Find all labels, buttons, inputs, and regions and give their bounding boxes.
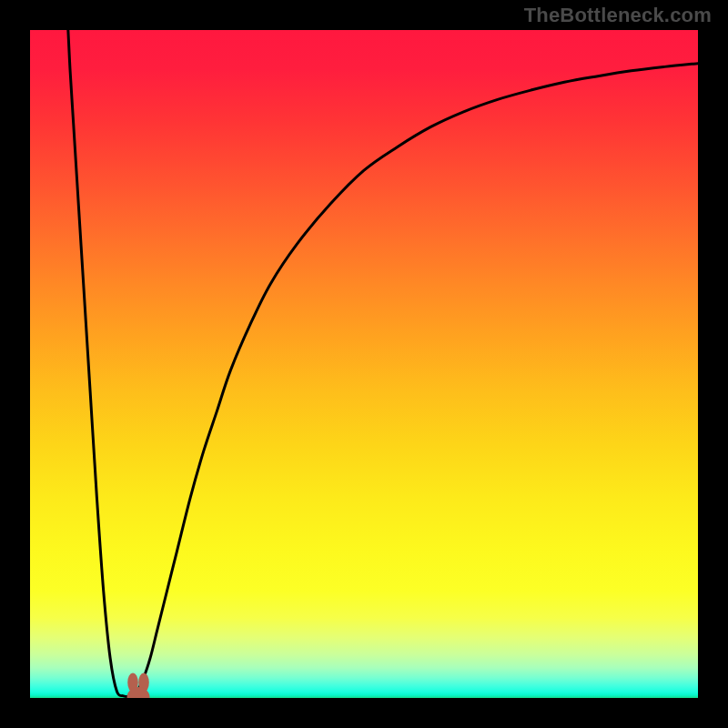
chart-frame: TheBottleneck.com xyxy=(0,0,728,728)
bottleneck-curve xyxy=(30,30,698,698)
watermark-text: TheBottleneck.com xyxy=(524,4,712,27)
plot-area xyxy=(30,30,698,698)
marker-icon xyxy=(120,672,155,698)
